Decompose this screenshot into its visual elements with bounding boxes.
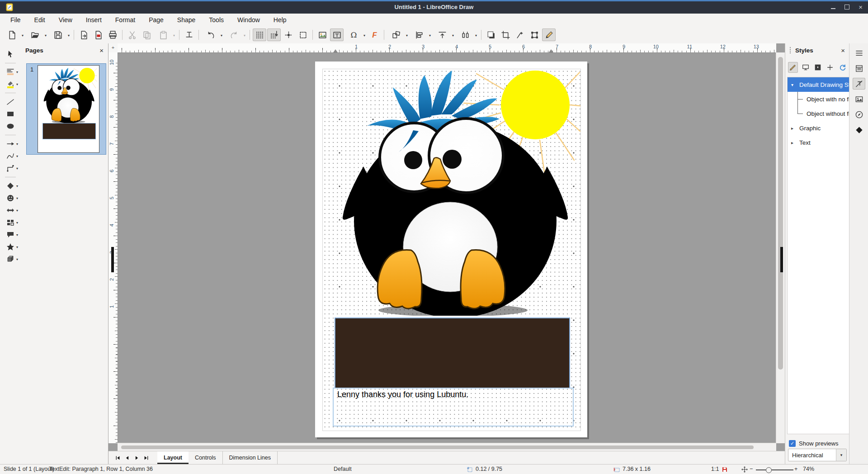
open-button[interactable] [26,28,48,41]
presentation-styles-button[interactable] [800,62,810,73]
menu-item[interactable]: Insert [79,14,108,26]
curves-polygons-tool[interactable] [2,150,19,162]
line-color-tool[interactable] [2,66,19,78]
insert-text-box-button[interactable] [330,28,344,41]
zoom-out-button[interactable]: − [750,466,753,472]
horizontal-ruler[interactable]: 12345678910111213 [118,43,776,53]
3d-objects-tool[interactable] [2,253,19,265]
drawing-styles-button[interactable] [788,62,798,73]
last-page-button[interactable] [142,451,151,464]
distribute-button[interactable] [456,28,478,41]
close-icon[interactable]: × [841,47,845,54]
expander-icon[interactable]: ▸ [791,140,799,145]
zoom-in-button[interactable]: + [794,466,797,472]
previous-page-button[interactable] [123,451,132,464]
zoom-slider[interactable] [756,469,793,470]
page-thumbnail[interactable] [38,65,99,153]
style-graphic[interactable]: ▸ Graphic [788,121,849,135]
right-panel-grip[interactable] [780,247,783,272]
close-icon[interactable]: × [99,47,104,54]
crop-button[interactable] [499,28,512,41]
copy-button[interactable] [140,28,153,41]
block-arrows-tool[interactable] [2,204,19,216]
minimize-icon[interactable] [831,8,835,9]
tab-controls[interactable]: Controls [189,451,223,464]
export-pdf-button[interactable] [91,28,105,41]
sidebar-menu-button[interactable] [853,47,865,59]
styles-tab[interactable] [853,78,865,90]
callout-shapes-tool[interactable] [2,228,19,241]
zoom-level[interactable]: 74% [803,466,814,472]
undo-button[interactable] [202,28,224,41]
menu-item[interactable]: Help [267,14,293,26]
cut-button[interactable] [125,28,139,41]
menu-item[interactable]: File [4,14,28,26]
gallery-tab[interactable] [853,93,865,105]
transformations-button[interactable] [387,28,409,41]
page-style[interactable]: Default [334,466,352,472]
stars-banners-tool[interactable] [2,241,19,253]
symbol-shapes-tool[interactable] [2,192,19,204]
basic-shapes-tool[interactable] [2,180,19,192]
new-document-button[interactable] [3,28,25,41]
style-text[interactable]: ▸ Text [788,135,849,150]
shadow-button[interactable] [484,28,498,41]
text-box-object[interactable]: Lenny thanks you for using Lubuntu. [333,388,574,427]
fill-color-tool[interactable] [2,78,19,90]
shapes-tab[interactable] [853,124,865,136]
fit-slide-icon[interactable] [741,466,748,473]
flowchart-shapes-tool[interactable] [2,216,19,228]
scale-indicator[interactable]: 1:1 [711,466,719,472]
insert-image-button[interactable] [316,28,329,41]
edit-points-button[interactable] [528,28,541,41]
horizontal-scrollbar[interactable] [118,443,776,451]
helplines-toggle[interactable] [282,28,295,41]
menu-item[interactable]: Tools [202,14,231,26]
ruler-origin-box[interactable]: + [108,43,118,53]
special-character-button[interactable]: Ω [344,28,367,41]
vertical-scrollbar-thumb[interactable] [778,57,783,370]
close-icon[interactable]: × [859,4,863,10]
style-object-with-no-fill[interactable]: Object with no fill [788,92,849,106]
page-thumbnail-selected[interactable]: 1 [26,63,106,155]
menu-item[interactable]: Window [231,14,267,26]
connectors-tool[interactable] [2,162,19,174]
align-objects-button[interactable] [410,28,432,41]
unsaved-changes-icon[interactable] [722,466,728,473]
menu-item[interactable]: Page [142,14,170,26]
restore-icon[interactable] [844,5,849,9]
next-page-button[interactable] [132,451,142,464]
lines-arrows-tool[interactable] [2,137,19,150]
ellipse-tool[interactable] [2,120,19,132]
menu-item[interactable]: Shape [170,14,202,26]
show-draw-functions-button[interactable] [542,28,556,41]
navigator-tab[interactable] [853,109,865,120]
fill-format-mode-button[interactable] [813,62,823,73]
drawing-workspace[interactable]: Lenny thanks you for using Lubuntu. [118,52,776,443]
menu-item[interactable]: View [52,14,79,26]
drawing-page[interactable]: Lenny thanks you for using Lubuntu. [315,62,587,437]
left-panel-grip[interactable] [111,247,114,272]
snap-guides-toggle[interactable] [296,28,310,41]
ruler-indent-marker-right[interactable] [549,49,553,52]
display-grid-toggle[interactable] [253,28,266,41]
style-default-drawing[interactable]: ▾ Default Drawing Style [788,77,849,92]
print-button[interactable] [106,28,119,41]
snap-to-grid-toggle[interactable] [267,28,281,41]
filter-button[interactable] [513,28,527,41]
fontwork-button[interactable]: F [368,28,381,41]
titlebar[interactable]: Untitled 1 - LibreOffice Draw × [0,0,868,14]
zoom-slider-thumb[interactable] [766,467,772,473]
penguin-image[interactable] [327,62,580,316]
rectangle-tool[interactable] [2,108,19,120]
chevron-down-icon[interactable]: ▾ [836,449,846,461]
expander-icon[interactable]: ▸ [791,126,799,131]
panel-grip-icon[interactable] [790,47,793,53]
new-style-button[interactable] [825,62,835,73]
brown-rectangle-object[interactable] [335,318,569,388]
export-button[interactable] [77,28,90,41]
tab-layout[interactable]: Layout [157,451,189,464]
horizontal-scrollbar-thumb[interactable] [121,446,754,449]
menu-item[interactable]: Edit [28,14,52,26]
properties-tab[interactable] [853,62,865,74]
